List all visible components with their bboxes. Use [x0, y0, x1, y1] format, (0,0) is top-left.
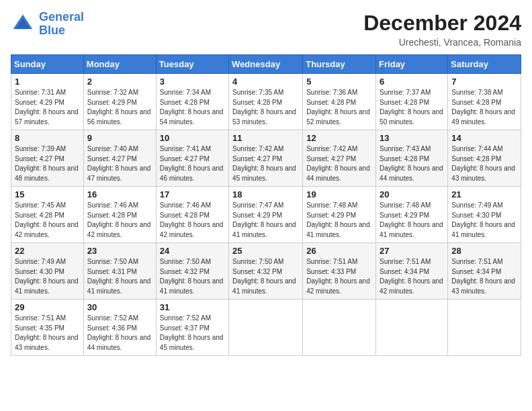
day-number: 21 [451, 189, 517, 199]
calendar-week-row: 29 Sunrise: 7:51 AMSunset: 4:35 PMDaylig… [11, 300, 521, 356]
calendar-cell: 7 Sunrise: 7:38 AMSunset: 4:28 PMDayligh… [448, 74, 521, 130]
cell-content: Sunrise: 7:46 AMSunset: 4:28 PMDaylight:… [160, 201, 225, 240]
calendar-cell: 28 Sunrise: 7:51 AMSunset: 4:34 PMDaylig… [448, 243, 521, 300]
day-number: 1 [15, 77, 80, 87]
cell-content: Sunrise: 7:52 AMSunset: 4:36 PMDaylight:… [87, 314, 152, 353]
calendar-cell [303, 300, 376, 356]
calendar-cell: 22 Sunrise: 7:49 AMSunset: 4:30 PMDaylig… [11, 243, 84, 300]
calendar-cell: 19 Sunrise: 7:48 AMSunset: 4:29 PMDaylig… [303, 187, 376, 243]
calendar-cell: 23 Sunrise: 7:50 AMSunset: 4:31 PMDaylig… [83, 243, 156, 300]
day-number: 2 [87, 77, 152, 87]
day-number: 14 [451, 133, 517, 143]
logo-line2: Blue [39, 24, 65, 37]
cell-content: Sunrise: 7:48 AMSunset: 4:29 PMDaylight:… [306, 201, 372, 240]
cell-content: Sunrise: 7:50 AMSunset: 4:31 PMDaylight:… [87, 257, 152, 296]
calendar-cell: 18 Sunrise: 7:47 AMSunset: 4:29 PMDaylig… [229, 187, 303, 243]
cell-content: Sunrise: 7:35 AMSunset: 4:28 PMDaylight:… [232, 88, 299, 127]
logo-text: General Blue [39, 11, 84, 38]
cell-content: Sunrise: 7:52 AMSunset: 4:37 PMDaylight:… [160, 314, 225, 353]
cell-content: Sunrise: 7:51 AMSunset: 4:33 PMDaylight:… [306, 257, 372, 296]
day-number: 7 [451, 77, 517, 87]
cell-content: Sunrise: 7:42 AMSunset: 4:27 PMDaylight:… [306, 144, 372, 183]
day-header-thursday: Thursday [303, 55, 376, 74]
calendar-cell: 16 Sunrise: 7:46 AMSunset: 4:28 PMDaylig… [83, 187, 156, 243]
title-area: December 2024 Urechesti, Vrancea, Romani… [363, 11, 521, 48]
calendar-cell [229, 300, 303, 356]
logo: General Blue [11, 11, 84, 38]
cell-content: Sunrise: 7:42 AMSunset: 4:27 PMDaylight:… [232, 144, 299, 183]
day-header-friday: Friday [376, 55, 448, 74]
day-number: 3 [160, 77, 225, 87]
calendar-cell: 4 Sunrise: 7:35 AMSunset: 4:28 PMDayligh… [229, 74, 303, 130]
day-number: 29 [15, 302, 80, 312]
day-number: 18 [232, 189, 299, 199]
page-header: General Blue December 2024 Urechesti, Vr… [11, 11, 521, 48]
calendar-cell: 13 Sunrise: 7:43 AMSunset: 4:28 PMDaylig… [376, 130, 448, 187]
calendar-cell: 5 Sunrise: 7:36 AMSunset: 4:28 PMDayligh… [303, 74, 376, 130]
calendar-week-row: 8 Sunrise: 7:39 AMSunset: 4:27 PMDayligh… [11, 130, 521, 187]
day-number: 25 [232, 246, 299, 256]
calendar-cell: 14 Sunrise: 7:44 AMSunset: 4:28 PMDaylig… [448, 130, 521, 187]
cell-content: Sunrise: 7:51 AMSunset: 4:34 PMDaylight:… [451, 257, 517, 296]
day-number: 15 [15, 189, 80, 199]
calendar-cell [376, 300, 448, 356]
cell-content: Sunrise: 7:38 AMSunset: 4:28 PMDaylight:… [451, 88, 517, 127]
calendar-cell: 20 Sunrise: 7:48 AMSunset: 4:29 PMDaylig… [376, 187, 448, 243]
calendar-cell: 30 Sunrise: 7:52 AMSunset: 4:36 PMDaylig… [83, 300, 156, 356]
calendar-cell: 1 Sunrise: 7:31 AMSunset: 4:29 PMDayligh… [11, 74, 84, 130]
calendar-cell: 12 Sunrise: 7:42 AMSunset: 4:27 PMDaylig… [303, 130, 376, 187]
cell-content: Sunrise: 7:46 AMSunset: 4:28 PMDaylight:… [87, 201, 152, 240]
cell-content: Sunrise: 7:34 AMSunset: 4:28 PMDaylight:… [160, 88, 225, 127]
calendar-cell: 21 Sunrise: 7:49 AMSunset: 4:30 PMDaylig… [448, 187, 521, 243]
cell-content: Sunrise: 7:45 AMSunset: 4:28 PMDaylight:… [15, 201, 80, 240]
cell-content: Sunrise: 7:37 AMSunset: 4:28 PMDaylight:… [380, 88, 444, 127]
calendar-cell: 29 Sunrise: 7:51 AMSunset: 4:35 PMDaylig… [11, 300, 84, 356]
day-number: 19 [306, 189, 372, 199]
day-number: 20 [380, 189, 444, 199]
calendar-cell: 9 Sunrise: 7:40 AMSunset: 4:27 PMDayligh… [83, 130, 156, 187]
location-subtitle: Urechesti, Vrancea, Romania [363, 37, 521, 48]
calendar-cell: 26 Sunrise: 7:51 AMSunset: 4:33 PMDaylig… [303, 243, 376, 300]
day-number: 4 [232, 77, 299, 87]
day-number: 9 [87, 133, 152, 143]
day-header-wednesday: Wednesday [229, 55, 303, 74]
cell-content: Sunrise: 7:39 AMSunset: 4:27 PMDaylight:… [15, 144, 80, 183]
day-number: 27 [380, 246, 444, 256]
day-number: 16 [87, 189, 152, 199]
calendar-cell: 31 Sunrise: 7:52 AMSunset: 4:37 PMDaylig… [156, 300, 228, 356]
cell-content: Sunrise: 7:43 AMSunset: 4:28 PMDaylight:… [380, 144, 444, 183]
day-number: 28 [451, 246, 517, 256]
cell-content: Sunrise: 7:32 AMSunset: 4:29 PMDaylight:… [87, 88, 152, 127]
day-header-saturday: Saturday [448, 55, 521, 74]
calendar-week-row: 15 Sunrise: 7:45 AMSunset: 4:28 PMDaylig… [11, 187, 521, 243]
calendar-cell: 6 Sunrise: 7:37 AMSunset: 4:28 PMDayligh… [376, 74, 448, 130]
cell-content: Sunrise: 7:31 AMSunset: 4:29 PMDaylight:… [15, 88, 80, 127]
calendar-cell [448, 300, 521, 356]
calendar-header-row: SundayMondayTuesdayWednesdayThursdayFrid… [11, 55, 521, 74]
cell-content: Sunrise: 7:51 AMSunset: 4:35 PMDaylight:… [15, 314, 80, 353]
cell-content: Sunrise: 7:49 AMSunset: 4:30 PMDaylight:… [15, 257, 80, 296]
logo-line1: General [39, 10, 84, 24]
logo-icon [11, 12, 35, 36]
cell-content: Sunrise: 7:47 AMSunset: 4:29 PMDaylight:… [232, 201, 299, 240]
day-number: 11 [232, 133, 299, 143]
day-header-sunday: Sunday [11, 55, 84, 74]
calendar-cell: 24 Sunrise: 7:50 AMSunset: 4:32 PMDaylig… [156, 243, 228, 300]
cell-content: Sunrise: 7:36 AMSunset: 4:28 PMDaylight:… [306, 88, 372, 127]
cell-content: Sunrise: 7:40 AMSunset: 4:27 PMDaylight:… [87, 144, 152, 183]
calendar-cell: 8 Sunrise: 7:39 AMSunset: 4:27 PMDayligh… [11, 130, 84, 187]
cell-content: Sunrise: 7:41 AMSunset: 4:27 PMDaylight:… [160, 144, 225, 183]
cell-content: Sunrise: 7:50 AMSunset: 4:32 PMDaylight:… [160, 257, 225, 296]
calendar-cell: 10 Sunrise: 7:41 AMSunset: 4:27 PMDaylig… [156, 130, 228, 187]
cell-content: Sunrise: 7:50 AMSunset: 4:32 PMDaylight:… [232, 257, 299, 296]
calendar-cell: 25 Sunrise: 7:50 AMSunset: 4:32 PMDaylig… [229, 243, 303, 300]
calendar-cell: 3 Sunrise: 7:34 AMSunset: 4:28 PMDayligh… [156, 74, 228, 130]
calendar-cell: 11 Sunrise: 7:42 AMSunset: 4:27 PMDaylig… [229, 130, 303, 187]
day-header-tuesday: Tuesday [156, 55, 228, 74]
day-number: 23 [87, 246, 152, 256]
calendar-table: SundayMondayTuesdayWednesdayThursdayFrid… [11, 54, 521, 356]
day-number: 10 [160, 133, 225, 143]
cell-content: Sunrise: 7:49 AMSunset: 4:30 PMDaylight:… [451, 201, 517, 240]
day-number: 13 [380, 133, 444, 143]
calendar-cell: 27 Sunrise: 7:51 AMSunset: 4:34 PMDaylig… [376, 243, 448, 300]
